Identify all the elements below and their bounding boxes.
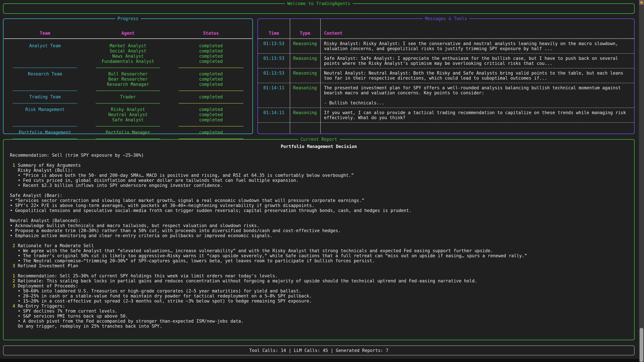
- messages-col-time: Time: [258, 31, 290, 36]
- agent-cell: Market Analyst: [86, 43, 170, 48]
- team-cell: [4, 117, 86, 122]
- status-cell: completed: [170, 82, 252, 87]
- progress-row: Research TeamBull Researchercompleted: [4, 71, 252, 77]
- report-line: [10, 268, 628, 273]
- report-heading: Portfolio Management Decision: [10, 144, 628, 149]
- progress-panel: Progress Team Agent Status Analyst TeamM…: [3, 18, 253, 134]
- agent-cell: Research Manager: [86, 82, 170, 87]
- messages-table-body: 01:13:53ReasoningRisky Analyst: Risky An…: [258, 39, 634, 123]
- team-cell: [4, 59, 86, 64]
- report-line: 3 Deployment of Proceeds:: [10, 283, 628, 289]
- message-content: Neutral Analyst: Neutral Analyst: Both t…: [320, 70, 634, 81]
- team-cell: Portfolio Management: [4, 130, 86, 135]
- agent-separator: [96, 67, 160, 68]
- progress-row: Trading TeamTradercompleted: [4, 94, 252, 99]
- messages-panel: Messages & Tools Time Type Content 01:13…: [258, 18, 634, 134]
- message-row: 01:14:11ReasoningIf you want, I can also…: [258, 108, 634, 122]
- progress-col-status: Status: [170, 31, 252, 36]
- report-lines: Recommendation: Sell (trim SPY exposure …: [10, 153, 628, 329]
- progress-row: Portfolio ManagementPortfolio Managercom…: [4, 130, 252, 135]
- team-cell: [4, 54, 86, 59]
- message-row: 01:13:53ReasoningRisky Analyst: Risky An…: [258, 39, 634, 53]
- report-line: • We agree with the Safe Analyst that “e…: [10, 248, 628, 253]
- progress-panel-title: Progress: [115, 16, 141, 21]
- list-number: 2: [12, 278, 15, 283]
- scrollbar[interactable]: [639, 0, 644, 362]
- terminal-content: Welcome to TradingAgents Progress Team A…: [0, 0, 639, 362]
- status-cell: completed: [170, 112, 252, 117]
- row-separator: [258, 122, 634, 123]
- status-cell: completed: [170, 130, 252, 135]
- report-line: • Emphasize active monitoring and clear …: [10, 233, 628, 238]
- scrollbar-thumb[interactable]: [640, 328, 643, 362]
- report-line: 3 Refined Investment Plan: [10, 263, 628, 268]
- team-cell: Research Team: [4, 71, 86, 77]
- report-line: 2 Rationale for a Moderate Sell: [10, 243, 628, 248]
- dashboard-row: Progress Team Agent Status Analyst TeamM…: [3, 18, 634, 134]
- status-cell: completed: [170, 43, 252, 48]
- message-type: Reasoning: [290, 110, 320, 120]
- report-line: • 50–60% into laddered U.S. Treasuries o…: [10, 289, 628, 294]
- team-separator: [12, 67, 77, 68]
- status-cell: completed: [170, 94, 252, 99]
- progress-row: Social Analystcompleted: [4, 48, 252, 54]
- agent-cell: Bull Researcher: [86, 71, 170, 77]
- team-cell: [4, 77, 86, 82]
- status-separator: [178, 103, 243, 104]
- message-content: If you want, I can also provide a tactic…: [320, 110, 634, 120]
- status-cell: completed: [170, 54, 252, 59]
- list-number: 4: [12, 304, 15, 309]
- message-type: Reasoning: [290, 70, 320, 81]
- report-line: [10, 158, 628, 163]
- report-line: • SPY’s 22× P/E is above long-term avera…: [10, 203, 628, 208]
- team-cell: [4, 82, 86, 87]
- report-line: 4 Re-Entry Triggers:: [10, 304, 628, 309]
- status-cell: completed: [170, 117, 252, 122]
- progress-row: Analyst TeamMarket Analystcompleted: [4, 43, 252, 48]
- messages-col-type: Type: [290, 31, 320, 36]
- message-time: 01:14:11: [258, 110, 290, 120]
- group-separator: [4, 87, 252, 94]
- agent-separator: [96, 126, 160, 126]
- report-line: Neutral Analyst (Balanced):: [10, 218, 628, 223]
- agent-cell: Trader: [86, 94, 170, 99]
- report-line: • The trader’s original 50% cut is likel…: [10, 253, 628, 258]
- list-number: 1: [12, 273, 15, 278]
- report-line: • Recent $2.3 billion inflows into SPY u…: [10, 183, 628, 188]
- report-line: • Acknowledge bullish technicals and mac…: [10, 223, 628, 228]
- message-time: 01:13:53: [258, 41, 290, 51]
- report-panel-title: Current Report: [298, 137, 340, 142]
- current-report-panel: Current Report Portfolio Management Deci…: [3, 139, 634, 340]
- status-cell: completed: [170, 107, 252, 112]
- progress-row: News Analystcompleted: [4, 54, 252, 59]
- stats-text: Tool Calls: 14 | LLM Calls: 45 | Generat…: [249, 348, 388, 353]
- agent-cell: News Analyst: [86, 54, 170, 59]
- message-row: 01:14:11ReasoningThe presented investmen…: [258, 83, 634, 108]
- report-line: Risky Analyst (Bull):: [10, 168, 628, 173]
- welcome-banner: Welcome to TradingAgents: [3, 3, 634, 14]
- progress-col-agent: Agent: [86, 31, 170, 36]
- report-line: [10, 188, 628, 193]
- status-cell: completed: [170, 48, 252, 54]
- column-divider: [290, 19, 290, 134]
- report-body: Portfolio Management Decision Recommenda…: [4, 140, 634, 329]
- progress-row: Bear Researchercompleted: [4, 77, 252, 82]
- agent-cell: Safe Analyst: [86, 117, 170, 122]
- scroll-top-button[interactable]: [639, 0, 644, 5]
- bottom-strip: [0, 359, 639, 362]
- status-cell: completed: [170, 71, 252, 77]
- report-line: • 15–20% in a cost-effective put spread …: [10, 299, 628, 304]
- group-separator: [4, 64, 252, 71]
- report-line: • Geopolitical tensions and speculative …: [10, 208, 628, 213]
- report-line: 1 Recommendation: Sell 25–30% of current…: [10, 273, 628, 278]
- message-row: 01:13:53ReasoningSafe Analyst: Safe Anal…: [258, 54, 634, 68]
- team-cell: Risk Management: [4, 107, 86, 112]
- report-line: • Propose a moderate trim (20–30%) rathe…: [10, 228, 628, 233]
- report-line: Recommendation: Sell (trim SPY exposure …: [10, 153, 628, 158]
- report-line: • “Services sector contraction and slowi…: [10, 198, 628, 203]
- list-number: 2: [12, 243, 15, 248]
- report-line: • A dovish pivot from the Fed accompanie…: [10, 319, 628, 324]
- stats-bar: Tool Calls: 14 | LLM Calls: 45 | Generat…: [3, 346, 634, 356]
- progress-row: Neutral Analystcompleted: [4, 112, 252, 117]
- group-separator: [4, 99, 252, 107]
